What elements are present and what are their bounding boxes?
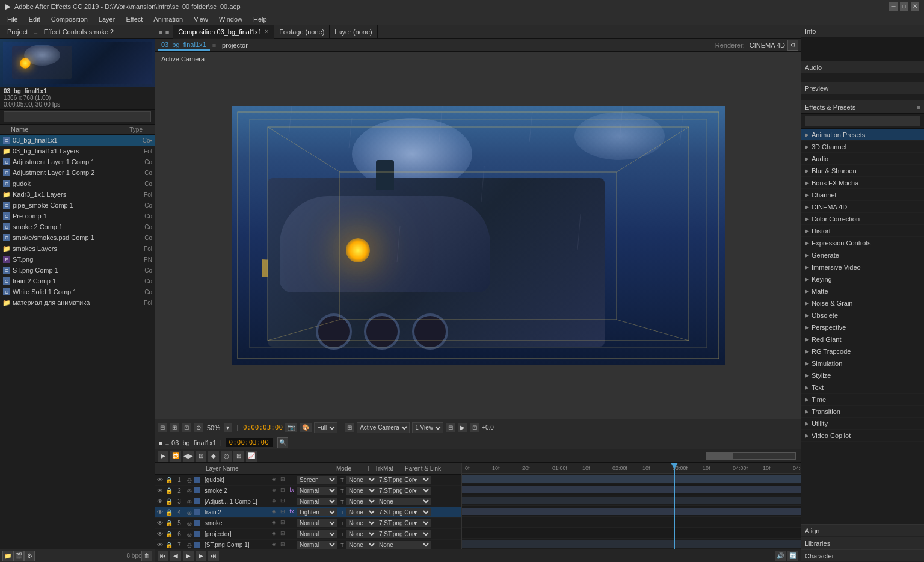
tl-nav-prev[interactable]: ◀	[170, 551, 181, 561]
menu-composition[interactable]: Composition	[46, 14, 93, 24]
snap-button[interactable]: ⊙	[194, 423, 203, 432]
layer-track-matte[interactable]: T	[338, 510, 346, 516]
layer-tab[interactable]: Layer (none)	[330, 25, 377, 39]
tl-frame-blend[interactable]: ⊞	[233, 451, 244, 462]
project-item[interactable]: C ST.png Comp 1 Co	[0, 265, 155, 276]
render-button[interactable]: ▶	[458, 423, 467, 432]
effect-category[interactable]: ▶ 3D Channel	[801, 141, 924, 153]
layer-sw-collapse[interactable]: ⊟	[279, 487, 287, 495]
close-button[interactable]: ✕	[911, 2, 919, 11]
tl-motion-blur[interactable]: ◎	[221, 451, 232, 462]
layer-trkmat[interactable]: None	[346, 530, 377, 538]
menu-window[interactable]: Window	[214, 14, 247, 24]
new-folder-button[interactable]: 📁	[2, 551, 13, 561]
project-item[interactable]: C gudok Co	[0, 178, 155, 189]
layer-track-matte[interactable]: T	[338, 531, 346, 537]
layer-parent[interactable]: None	[377, 541, 431, 549]
character-header[interactable]: Character	[801, 550, 924, 562]
effect-category[interactable]: ▶ Obsolete	[801, 309, 924, 321]
layer-sw-shy[interactable]: ◈	[270, 519, 278, 528]
layer-trkmat[interactable]: None	[346, 508, 377, 516]
tl-ram-preview[interactable]: ◀▶	[183, 451, 194, 462]
effects-search-input[interactable]	[805, 116, 920, 126]
layer-visibility[interactable]: 👁	[155, 531, 165, 537]
tl-loop-toggle[interactable]: 🔄	[787, 551, 798, 561]
layer-solo[interactable]: ◎	[185, 531, 194, 537]
layer-sw-shy[interactable]: ◈	[270, 508, 278, 517]
layer-track-matte[interactable]: T	[338, 542, 346, 548]
tl-trim-comp[interactable]: ⊡	[196, 451, 206, 462]
menu-layer[interactable]: Layer	[94, 14, 120, 24]
layer-sw-collapse[interactable]: ⊟	[279, 519, 287, 528]
layer-parent[interactable]: 7.ST.png Cor▾	[377, 519, 431, 527]
project-item[interactable]: 📁 Kadr3_1x1 Layers Fol	[0, 189, 155, 200]
layer-solo[interactable]: ◎	[185, 488, 194, 494]
layer-sw-shy[interactable]: ◈	[270, 530, 278, 539]
camera-select[interactable]: Active Camera	[357, 422, 410, 433]
tl-graph-editor[interactable]: 📈	[246, 451, 257, 462]
timeline-search-button[interactable]: 🔍	[277, 437, 288, 448]
effect-category[interactable]: ▶ Perspective	[801, 321, 924, 333]
layer-solo[interactable]: ◎	[185, 542, 194, 548]
effect-category[interactable]: ▶ Simulation	[801, 357, 924, 369]
layer-trkmat[interactable]: None	[346, 476, 377, 484]
effect-category[interactable]: ▶ Red Giant	[801, 333, 924, 345]
menu-animation[interactable]: Animation	[149, 14, 188, 24]
tl-play-pause[interactable]: ▶	[183, 551, 194, 561]
project-item[interactable]: 📁 smokes Layers Fol	[0, 243, 155, 254]
project-item[interactable]: C White Solid 1 Comp 1 Co	[0, 286, 155, 297]
layer-sw-shy[interactable]: ◈	[270, 498, 278, 506]
effect-category[interactable]: ▶ Noise & Grain	[801, 297, 924, 309]
tl-playback-button[interactable]: ▶	[158, 451, 168, 462]
alpha-button[interactable]: ⊡	[470, 423, 479, 432]
project-item[interactable]: C smoke 2 Comp 1 Co	[0, 221, 155, 232]
layer-sw-shy[interactable]: ◈	[270, 476, 278, 484]
layer-parent[interactable]: 7.ST.png Cor▾	[377, 530, 431, 538]
viewer-tab-projector[interactable]: projector	[218, 40, 251, 50]
tl-nav-start[interactable]: ⏮	[158, 551, 168, 561]
effects-menu-icon[interactable]: ≡	[917, 103, 920, 111]
effect-category[interactable]: ▶ Text	[801, 381, 924, 394]
effect-category[interactable]: ▶ Transition	[801, 406, 924, 418]
layer-parent[interactable]: None	[377, 498, 431, 505]
align-header[interactable]: Align	[801, 525, 924, 537]
layer-lock[interactable]: 🔒	[165, 542, 173, 548]
layer-solo[interactable]: ◎	[185, 520, 194, 526]
layer-mode-select[interactable]: Normal	[296, 541, 338, 549]
layer-row[interactable]: 👁 🔒 7 ◎ [ST.png Comp 1] ◈ ⊟ Normal T Non…	[155, 540, 461, 549]
menu-effect[interactable]: Effect	[121, 14, 147, 24]
color-picker-button[interactable]: 🎨	[300, 423, 312, 432]
project-item[interactable]: C pipe_smoke Comp 1 Co	[0, 200, 155, 211]
project-item[interactable]: C Adjustment Layer 1 Comp 2 Co	[0, 167, 155, 178]
new-comp-button[interactable]: 🎬	[13, 551, 24, 561]
effect-category[interactable]: ▶ Time	[801, 394, 924, 406]
layer-sw-collapse[interactable]: ⊟	[279, 498, 287, 506]
layer-lock[interactable]: 🔒	[165, 509, 173, 516]
layer-mode-select[interactable]: Normal	[296, 487, 338, 495]
project-item[interactable]: P ST.png PN	[0, 254, 155, 265]
layer-visibility[interactable]: 👁	[155, 542, 165, 548]
project-search-input[interactable]	[4, 111, 151, 122]
layer-row[interactable]: 👁 🔒 4 ◎ train 2 ◈ ⊟ fx Lighten T None 7.…	[155, 507, 461, 518]
effect-category[interactable]: ▶ Generate	[801, 249, 924, 261]
maximize-button[interactable]: □	[900, 2, 908, 11]
project-item[interactable]: C smoke/smokes.psd Comp 1 Co	[0, 232, 155, 243]
menu-view[interactable]: View	[189, 14, 213, 24]
grid-button[interactable]: ⊞	[170, 423, 179, 432]
effect-category[interactable]: ▶ Expression Controls	[801, 237, 924, 249]
layer-parent[interactable]: 7.ST.png Cor▾	[377, 487, 431, 495]
layer-lock[interactable]: 🔒	[165, 531, 173, 537]
layer-row[interactable]: 👁 🔒 1 ◎ [gudok] ◈ ⊟ Screen T None 7.ST.p…	[155, 475, 461, 486]
project-item[interactable]: C Pre-comp 1 Co	[0, 211, 155, 221]
footage-tab[interactable]: Footage (none)	[274, 25, 330, 39]
reset-exposure-button[interactable]: ⊟	[158, 423, 167, 432]
tl-audio-toggle[interactable]: 🔊	[775, 551, 786, 561]
layer-track-matte[interactable]: T	[338, 477, 346, 483]
playhead[interactable]	[674, 463, 675, 549]
menu-help[interactable]: Help	[248, 14, 272, 24]
layer-lock[interactable]: 🔒	[165, 498, 173, 505]
view-select[interactable]: 1 View	[412, 422, 443, 433]
effect-category[interactable]: ▶ Utility	[801, 418, 924, 430]
libraries-header[interactable]: Libraries	[801, 537, 924, 549]
layer-visibility[interactable]: 👁	[155, 498, 165, 505]
